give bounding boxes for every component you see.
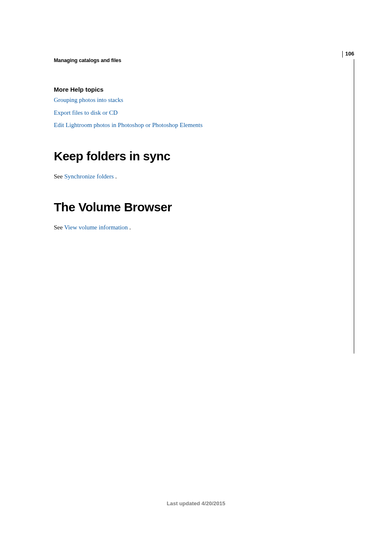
help-link-export-files[interactable]: Export files to disk or CD — [54, 109, 118, 116]
more-help-label: More Help topics — [54, 86, 337, 93]
see-prefix: See — [54, 173, 64, 180]
link-synchronize-folders[interactable]: Synchronize folders — [64, 173, 113, 180]
heading-keep-folders-in-sync: Keep folders in sync — [54, 149, 337, 163]
see-suffix: . — [114, 173, 117, 180]
page-number: 106 — [345, 51, 354, 56]
content-area: Managing catalogs and files More Help to… — [54, 58, 337, 231]
help-link-edit-photoshop[interactable]: Edit Lightroom photos in Photoshop or Ph… — [54, 122, 203, 128]
para-see-synchronize: See Synchronize folders . — [54, 172, 337, 180]
help-link-row: Grouping photos into stacks — [54, 96, 337, 104]
footer-last-updated: Last updated 4/20/2015 — [0, 500, 392, 506]
link-view-volume-information[interactable]: View volume information — [64, 224, 128, 231]
help-link-row: Edit Lightroom photos in Photoshop or Ph… — [54, 121, 337, 130]
heading-volume-browser: The Volume Browser — [54, 200, 337, 214]
breadcrumb: Managing catalogs and files — [54, 58, 337, 63]
vertical-rule — [354, 59, 354, 354]
page-number-container: 106 — [342, 51, 354, 58]
see-suffix: . — [128, 224, 131, 231]
see-prefix: See — [54, 224, 64, 231]
help-link-row: Export files to disk or CD — [54, 109, 337, 117]
page: 106 Managing catalogs and files More Hel… — [0, 0, 392, 555]
para-see-volume-info: See View volume information . — [54, 223, 337, 231]
help-link-grouping-photos[interactable]: Grouping photos into stacks — [54, 97, 123, 103]
